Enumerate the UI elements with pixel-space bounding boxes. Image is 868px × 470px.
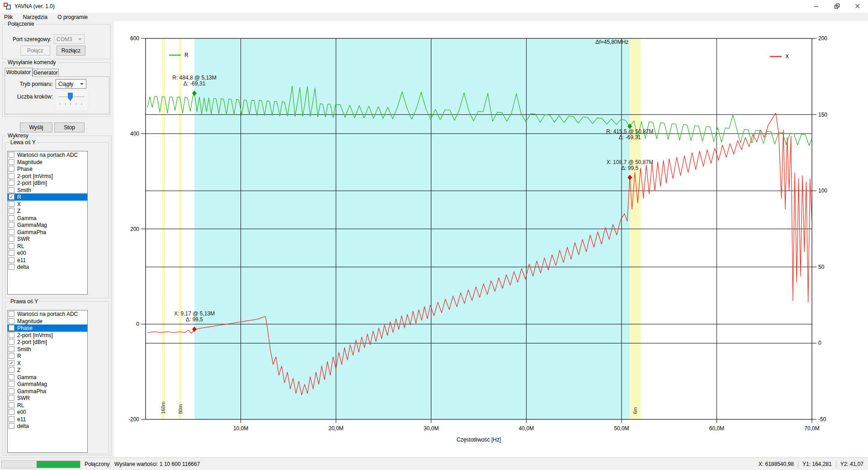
right-axis-group-label: Prawa oś Y [9,298,39,305]
checkbox[interactable] [9,264,14,270]
right-axis-listbox[interactable]: Wartości na portach ADCMagnitudePhase2-p… [7,310,88,453]
right-axis-item[interactable]: 2-port [mVrms] [8,332,87,339]
checkbox[interactable] [9,416,14,422]
left-axis-item[interactable]: Wartości na portach ADC [8,151,87,159]
right-tick-label: -50 [818,416,826,423]
right-axis-item[interactable]: Magnitude [8,318,87,325]
left-axis-item[interactable]: 2-port [dBm] [8,179,87,187]
right-axis-item[interactable]: 2-port [dBm] [8,338,87,346]
send-button[interactable]: Wyślij [20,122,52,132]
right-axis-item[interactable]: R [8,352,87,360]
checkbox[interactable] [9,325,14,331]
checkbox[interactable] [9,395,14,401]
checkbox[interactable] [9,402,14,408]
right-axis-item[interactable]: Smith [8,346,87,353]
checkbox[interactable] [9,318,14,324]
checkbox[interactable] [9,346,14,352]
checkbox[interactable] [9,201,14,207]
right-axis-item-label: Z [17,367,20,373]
right-axis-item[interactable]: RL [8,402,87,409]
checkbox[interactable] [9,381,14,387]
checkbox[interactable]: ✓ [9,360,14,366]
checkbox[interactable] [9,311,14,317]
checkbox[interactable] [9,229,14,235]
left-axis-item[interactable]: Z [8,207,87,215]
right-axis-item[interactable]: delta [8,423,87,430]
checkbox[interactable] [9,236,14,242]
right-axis-item[interactable]: e00 [8,409,87,416]
checkbox[interactable] [9,215,14,221]
left-axis-item-label: R [17,194,21,200]
right-axis-item[interactable]: Z [8,367,87,374]
right-axis-item[interactable]: Phase [8,324,87,332]
stop-button[interactable]: Stop [54,122,85,132]
left-axis-item-label: RL [17,243,24,249]
left-axis-item[interactable]: e11 [8,257,87,264]
checkbox[interactable] [9,388,14,394]
left-axis-item[interactable]: GammaPha [8,229,87,236]
checkbox[interactable] [9,339,14,345]
close-button[interactable] [847,0,868,13]
left-axis-item[interactable]: RL [8,243,87,250]
left-axis-listbox[interactable]: Wartości na portach ADCMagnitudePhase2-p… [7,151,88,295]
checkbox[interactable] [9,208,14,214]
serial-port-value: COM3 [57,36,72,42]
checkbox[interactable] [9,187,14,193]
right-axis-item[interactable]: Wartości na portach ADC [8,310,87,318]
left-axis-item-label: delta [17,264,29,270]
left-axis-item[interactable]: Gamma [8,215,87,222]
right-axis-item[interactable]: GammaPha [8,388,87,395]
left-axis-item[interactable]: delta [8,263,87,271]
checkbox[interactable] [9,409,14,415]
left-axis-item[interactable]: Magnitude [8,159,87,166]
checkbox[interactable] [9,243,14,249]
right-axis-item[interactable]: ✓X [8,360,87,367]
checkbox[interactable] [9,166,14,172]
tab-generator[interactable]: Generator [33,69,59,77]
tab-wobulator[interactable]: Wobulator [5,68,33,77]
left-tick-label: 0 [136,321,139,327]
chart-area[interactable]: 160m80m6m10,0M20,0M30,0M40,0M50,0M60,0M7… [114,21,868,457]
left-axis-item-label: GammaPha [17,229,46,235]
checkbox[interactable] [9,180,14,186]
steps-slider[interactable] [56,91,87,110]
left-axis-item[interactable]: Smith [8,187,87,194]
left-axis-item-label: Gamma [17,215,37,221]
checkbox[interactable] [9,222,14,228]
left-axis-item[interactable]: 2-port [mVrms] [8,173,87,180]
checkbox[interactable] [9,173,14,179]
checkbox[interactable]: ✓ [9,194,14,200]
right-axis-item[interactable]: SWR [8,395,87,402]
left-tick-label: 200 [130,226,139,232]
minimize-button[interactable] [806,0,826,13]
left-axis-item[interactable]: ✓R [8,193,87,201]
delta-f-annotation: Δf=45,80MHz [595,39,628,45]
left-axis-item[interactable]: e00 [8,249,87,257]
left-axis-item[interactable]: X [8,201,87,208]
checkbox[interactable] [9,257,14,263]
marker-annotation: R: 484,8 @ 5,13M [172,75,217,81]
x-tick-label: 40,0M [519,425,534,432]
measure-mode-select[interactable]: Ciągły [56,79,86,89]
disconnect-button[interactable]: Rozłącz [57,46,85,56]
right-axis-item[interactable]: GammaMag [8,381,87,388]
slider-thumb[interactable] [68,93,73,101]
checkbox[interactable] [9,374,14,380]
restore-button[interactable] [826,0,847,13]
left-tick-label: 400 [130,131,139,137]
left-axis-item[interactable]: GammaMag [8,221,87,229]
checkbox[interactable] [9,152,14,158]
checkbox[interactable] [9,332,14,338]
checkbox[interactable] [9,423,14,429]
checkbox[interactable] [9,250,14,256]
right-tick-label: 50 [818,264,825,270]
x-tick-label: 70,0M [804,425,819,432]
left-axis-item[interactable]: Phase [8,165,87,173]
menu-item-o-programie[interactable]: O programie [53,13,92,22]
left-axis-item[interactable]: SWR [8,235,87,243]
right-axis-item[interactable]: Gamma [8,374,87,381]
checkbox[interactable] [9,367,14,373]
checkbox[interactable] [9,159,14,165]
checkbox[interactable] [9,353,14,359]
right-axis-item[interactable]: e11 [8,416,87,423]
